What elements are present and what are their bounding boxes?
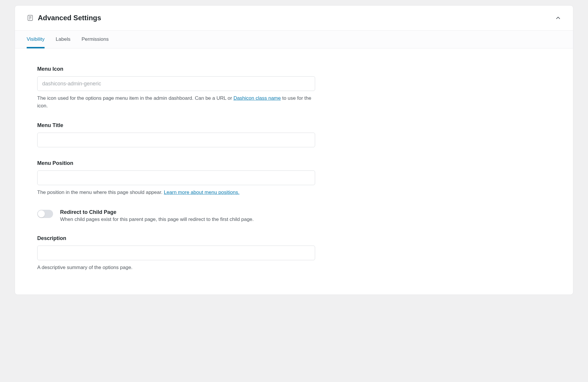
- tabs: Visibility Labels Permissions: [15, 30, 573, 48]
- menu-position-link[interactable]: Learn more about menu positions.: [164, 190, 239, 195]
- description-help: A descriptive summary of the options pag…: [37, 264, 315, 271]
- document-icon: [27, 14, 34, 21]
- field-menu-title: Menu Title: [37, 122, 315, 147]
- menu-icon-help: The icon used for the options page menu …: [37, 94, 315, 109]
- redirect-text: Redirect to Child Page When child pages …: [60, 209, 254, 222]
- redirect-help: When child pages exist for this parent p…: [60, 217, 254, 222]
- panel-header: Advanced Settings: [15, 6, 573, 30]
- menu-position-input[interactable]: [37, 170, 315, 185]
- field-description: Description A descriptive summary of the…: [37, 235, 315, 271]
- menu-position-help: The position in the menu where this page…: [37, 189, 315, 196]
- redirect-label: Redirect to Child Page: [60, 209, 254, 215]
- dashicon-link[interactable]: Dashicon class name: [233, 95, 281, 101]
- menu-title-input[interactable]: [37, 133, 315, 147]
- panel-header-left: Advanced Settings: [27, 14, 101, 22]
- chevron-up-icon: [555, 15, 561, 21]
- menu-icon-input[interactable]: [37, 76, 315, 91]
- field-menu-position: Menu Position The position in the menu w…: [37, 160, 315, 196]
- menu-position-label: Menu Position: [37, 160, 315, 166]
- tab-visibility[interactable]: Visibility: [27, 31, 45, 48]
- collapse-toggle[interactable]: [555, 15, 561, 21]
- description-label: Description: [37, 235, 315, 241]
- menu-title-label: Menu Title: [37, 122, 315, 129]
- tab-permissions[interactable]: Permissions: [81, 31, 109, 48]
- panel-title: Advanced Settings: [38, 14, 101, 22]
- menu-icon-help-text-before: The icon used for the options page menu …: [37, 95, 233, 101]
- menu-position-help-text: The position in the menu where this page…: [37, 190, 164, 195]
- tab-labels[interactable]: Labels: [56, 31, 70, 48]
- advanced-settings-panel: Advanced Settings Visibility Labels Perm…: [15, 5, 573, 295]
- redirect-toggle[interactable]: [37, 210, 53, 218]
- content: Menu Icon The icon used for the options …: [15, 48, 337, 295]
- field-redirect: Redirect to Child Page When child pages …: [37, 209, 315, 222]
- field-menu-icon: Menu Icon The icon used for the options …: [37, 66, 315, 109]
- menu-icon-label: Menu Icon: [37, 66, 315, 72]
- description-input[interactable]: [37, 246, 315, 260]
- toggle-knob: [38, 210, 45, 217]
